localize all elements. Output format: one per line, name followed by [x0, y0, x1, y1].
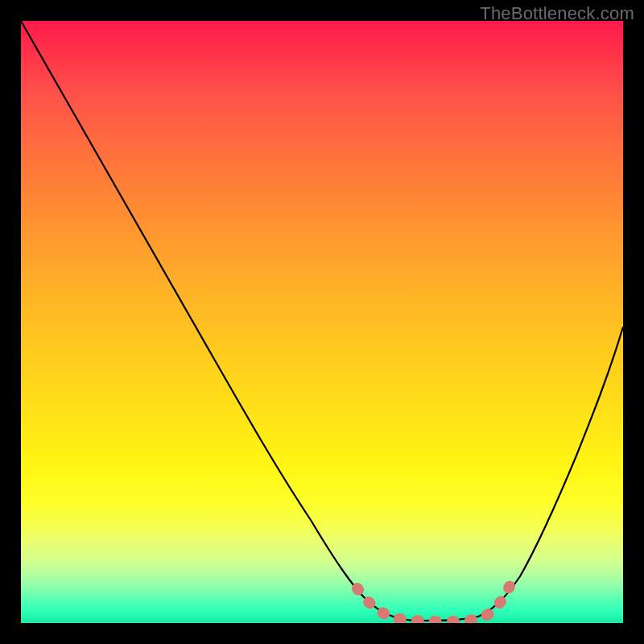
bottleneck-curve: [21, 21, 623, 621]
curves-svg: [21, 21, 623, 623]
highlight-dash: [357, 584, 510, 621]
plot-area: [21, 21, 623, 623]
chart-frame: TheBottleneck.com: [0, 0, 644, 644]
watermark-text: TheBottleneck.com: [480, 3, 634, 24]
